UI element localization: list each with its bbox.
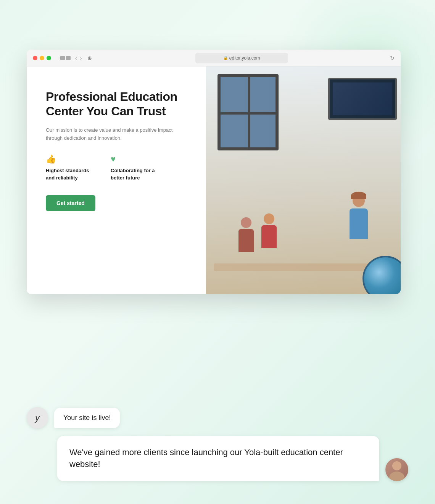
shield-icon: ⊕ — [86, 55, 93, 61]
refresh-icon[interactable]: ↻ — [390, 55, 395, 61]
user-avatar — [385, 458, 408, 481]
heart-icon: ♥ — [111, 154, 160, 164]
chat-bubble-yola: y Your site is live! — [27, 407, 408, 428]
first-chat-bubble: Your site is live! — [54, 408, 120, 428]
yola-avatar: y — [27, 407, 48, 428]
thumbs-up-icon: 👍 — [46, 154, 95, 164]
hero-title: Professional Education Center You Can Tr… — [46, 89, 187, 119]
feature-collaborate: ♥ Collaborating for a better future — [111, 154, 160, 181]
feature-standards: 👍 Highest standards and reliability — [46, 154, 95, 181]
maximize-dot[interactable] — [47, 56, 51, 60]
second-chat-bubble: We've gained more clients since launchin… — [57, 436, 379, 481]
lock-icon: 🔒 — [223, 56, 228, 60]
close-dot[interactable] — [33, 56, 37, 60]
second-bubble-text: We've gained more clients since launchin… — [69, 447, 343, 469]
url-text: editor.yola.com — [229, 55, 260, 61]
photo-overlay — [206, 66, 401, 294]
forward-arrow-icon[interactable]: › — [80, 55, 82, 61]
hero-description: Our mission is to create value and make … — [46, 126, 187, 142]
minimize-dot[interactable] — [40, 56, 44, 60]
feature-collaborate-label: Collaborating for a better future — [111, 167, 160, 181]
features-row: 👍 Highest standards and reliability ♥ Co… — [46, 154, 187, 181]
browser-nav: ‹ › — [75, 55, 82, 61]
browser-toolbar: ‹ › ⊕ 🔒 editor.yola.com ↻ — [27, 50, 401, 66]
first-bubble-text: Your site is live! — [63, 414, 111, 422]
address-bar[interactable]: 🔒 editor.yola.com — [195, 53, 288, 63]
classroom-image — [206, 66, 401, 294]
browser-dots — [33, 56, 51, 60]
chat-bubble-user: We've gained more clients since launchin… — [27, 436, 408, 481]
yola-logo: y — [35, 412, 40, 423]
right-panel — [206, 66, 401, 294]
feature-standards-label: Highest standards and reliability — [46, 167, 95, 181]
left-panel: Professional Education Center You Can Tr… — [27, 66, 206, 294]
browser-window: ‹ › ⊕ 🔒 editor.yola.com ↻ Professional E… — [27, 50, 401, 294]
chat-section: y Your site is live! We've gained more c… — [27, 407, 408, 481]
sidebar-toggle-icon[interactable] — [60, 56, 71, 60]
get-started-button[interactable]: Get started — [46, 195, 95, 211]
back-arrow-icon[interactable]: ‹ — [75, 55, 77, 61]
browser-content: Professional Education Center You Can Tr… — [27, 66, 401, 294]
